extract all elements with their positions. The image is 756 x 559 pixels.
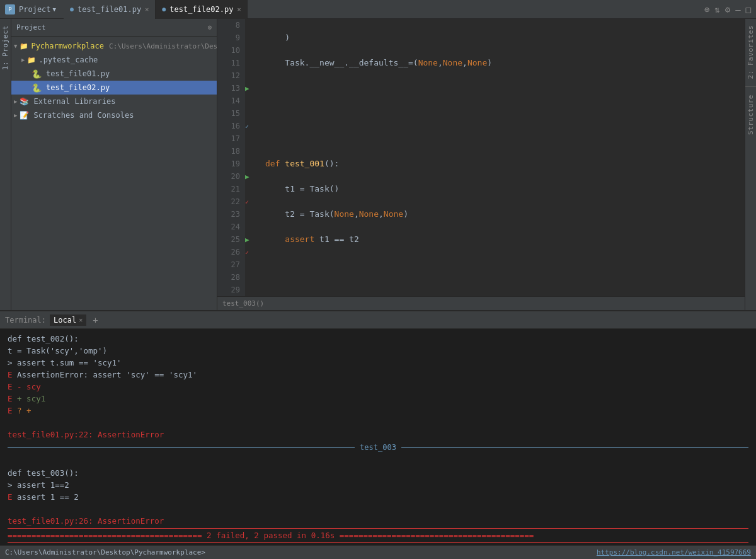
project-sidebar: Project ⚙ ▼ 📁 Pycharmworkplace C:\Users\… xyxy=(11,19,217,310)
code-line-15: t2 = Task(None,None,None) xyxy=(265,208,745,221)
terminal-add-button[interactable]: + xyxy=(93,315,98,325)
py-icon-selected: 🐍 xyxy=(32,83,42,93)
terminal-summary-line: ========================================… xyxy=(8,528,748,543)
py-icon: 🐍 xyxy=(32,69,42,79)
terminal-line-9: test_file01.py:22: AssertionError xyxy=(8,429,748,441)
tab2-icon: ● xyxy=(162,6,166,13)
right-panel-labels: 2: Favorites Structure xyxy=(745,19,756,310)
app-container: P Project ▼ ● test_file01.py ✕ ● test_fi… xyxy=(0,0,756,559)
favorites-label[interactable]: 2: Favorites xyxy=(745,19,756,85)
terminal-line-11: def test_003(): xyxy=(8,467,748,479)
title-bar-left: P Project ▼ xyxy=(5,4,56,14)
left-panel-labels: 1: Project xyxy=(0,19,11,310)
tree-item-file01[interactable]: 🐍 test_file01.py xyxy=(11,67,217,81)
terminal-line-13: E assert 1 == 2 xyxy=(8,491,748,503)
tab2-close-icon[interactable]: ✕ xyxy=(237,6,241,13)
breadcrumb: test_003() xyxy=(222,299,264,308)
code-line-8: ) xyxy=(265,32,745,44)
code-line-11 xyxy=(265,107,745,120)
terminal-prompt: C:\Users\Administrator\Desktop\Pycharmwo… xyxy=(5,548,205,556)
terminal-line-7: E ? + xyxy=(8,405,748,417)
minimize-icon[interactable]: — xyxy=(735,4,740,14)
check-16: ✓ xyxy=(245,120,260,132)
terminal-section-sep: test_003 xyxy=(8,442,748,454)
terminal-line-1: def test_002(): xyxy=(8,333,748,345)
code-line-16: assert t1 == t2 xyxy=(265,233,745,246)
terminal-bottom-bar: C:\Users\Administrator\Desktop\Pycharmwo… xyxy=(0,545,756,559)
csdn-link[interactable]: https://blog.csdn.net/weixin_41597669 xyxy=(597,548,751,556)
editor-area: 8 9 10 11 12 13 14 15 16 17 18 19 20 21 … xyxy=(217,19,745,310)
code-line-12 xyxy=(265,132,745,145)
structure-label[interactable]: Structure xyxy=(745,88,756,141)
terminal-line-14 xyxy=(8,503,748,515)
project-panel-label[interactable]: 1: Project xyxy=(0,19,11,76)
code-line-10 xyxy=(265,82,745,95)
title-bar: P Project ▼ ● test_file01.py ✕ ● test_fi… xyxy=(0,0,756,19)
terminal-line-2: t = Task('scy','omp') xyxy=(8,345,748,357)
terminal-line-5: E - scy xyxy=(8,381,748,393)
chevron-right-icon: ▶ xyxy=(21,57,25,63)
err-22: ✓ xyxy=(245,195,260,208)
code-line-9: Task.__new__.__defaults__=(None,None,Non… xyxy=(265,57,745,69)
project-dropdown[interactable]: Project ▼ xyxy=(19,5,56,14)
line-numbers: 8 9 10 11 12 13 14 15 16 17 18 19 20 21 … xyxy=(217,19,245,296)
run-arrow-13[interactable]: ▶ xyxy=(245,82,260,95)
terminal-label: Terminal: xyxy=(5,316,46,325)
err-26: ✓ xyxy=(245,246,260,258)
chevron-down-icon: ▼ xyxy=(14,43,17,49)
gear-icon[interactable]: ⚙ xyxy=(725,4,730,14)
tree-item-file02[interactable]: 🐍 test_file02.py xyxy=(11,81,217,95)
tree-item-root[interactable]: ▼ 📁 Pycharmworkplace C:\Users\Administra… xyxy=(11,39,217,53)
ext-icon: 📚 xyxy=(20,97,29,106)
code-line-18 xyxy=(265,284,745,296)
chevron-right-icon2: ▶ xyxy=(14,98,17,105)
tab-test-file01[interactable]: ● test_file01.py ✕ xyxy=(64,0,156,19)
breadcrumb-bar: test_003() xyxy=(217,296,745,310)
terminal-line-15: test_file01.py:26: AssertionError xyxy=(8,515,748,527)
terminal-line-6: E + scy1 xyxy=(8,393,748,405)
window-controls: ⊕ ⇅ ⚙ — □ xyxy=(704,4,751,14)
run-arrow-20[interactable]: ▶ xyxy=(245,170,260,183)
terminal-link-area: https://blog.csdn.net/weixin_41597669 xyxy=(597,548,751,556)
main-layout: 1: Project Project ⚙ ▼ 📁 Pycharmworkplac… xyxy=(0,19,756,310)
chevron-right-icon3: ▶ xyxy=(14,112,17,118)
terminal-section: Terminal: Local ✕ + def test_002(): t = … xyxy=(0,310,756,559)
split-icon[interactable]: ⇅ xyxy=(714,4,719,14)
maximize-icon[interactable]: □ xyxy=(746,4,751,14)
terminal-line-3: > assert t.sum == 'scy1' xyxy=(8,357,748,369)
code-line-14: t1 = Task() xyxy=(265,183,745,195)
tree-item-ext-libs[interactable]: ▶ 📚 External Libraries xyxy=(11,95,217,108)
folder-icon: 📁 xyxy=(27,56,36,64)
editor-tabs: ● test_file01.py ✕ ● test_file02.py ✕ xyxy=(64,0,248,19)
terminal-line-8 xyxy=(8,417,748,429)
tree-item-scratches[interactable]: ▶ 📝 Scratches and Consoles xyxy=(11,108,217,122)
terminal-line-10 xyxy=(8,455,748,467)
scratch-icon: 📝 xyxy=(20,111,29,120)
editor-content: 8 9 10 11 12 13 14 15 16 17 18 19 20 21 … xyxy=(217,19,745,296)
globe-icon[interactable]: ⊕ xyxy=(704,4,709,14)
terminal-line-4: E AssertionError: assert 'scy' == 'scy1' xyxy=(8,369,748,381)
tab-test-file02[interactable]: ● test_file02.py ✕ xyxy=(156,0,248,19)
gear-icon-panel[interactable]: ⚙ xyxy=(207,23,212,32)
terminal-output: def test_002(): t = Task('scy','omp') > … xyxy=(0,329,756,545)
panel-title: Project xyxy=(16,23,45,32)
project-tree: ▼ 📁 Pycharmworkplace C:\Users\Administra… xyxy=(11,37,217,310)
terminal-line-12: > assert 1==2 xyxy=(8,479,748,491)
terminal-tab-local[interactable]: Local ✕ xyxy=(50,314,86,326)
terminal-header: Terminal: Local ✕ + xyxy=(0,311,756,329)
run-arrow-25[interactable]: ▶ xyxy=(245,233,260,246)
folder-icon: 📁 xyxy=(20,42,28,50)
tab1-icon: ● xyxy=(70,6,74,13)
code-line-13: def test_001(): xyxy=(265,158,745,170)
app-icon: P xyxy=(5,4,15,14)
code-editor[interactable]: ) Task.__new__.__defaults__=(None,None,N… xyxy=(260,19,745,296)
panel-header: Project ⚙ xyxy=(11,19,217,37)
run-gutter: ▶ ✓ ▶ ✓ ▶ ✓ xyxy=(245,19,260,296)
tab1-close-icon[interactable]: ✕ xyxy=(145,6,149,13)
code-line-17 xyxy=(265,258,745,271)
project-chevron-icon: ▼ xyxy=(53,6,56,13)
tree-item-pytest-cache[interactable]: ▶ 📁 .pytest_cache xyxy=(11,53,217,67)
tab-local-close[interactable]: ✕ xyxy=(79,316,83,323)
